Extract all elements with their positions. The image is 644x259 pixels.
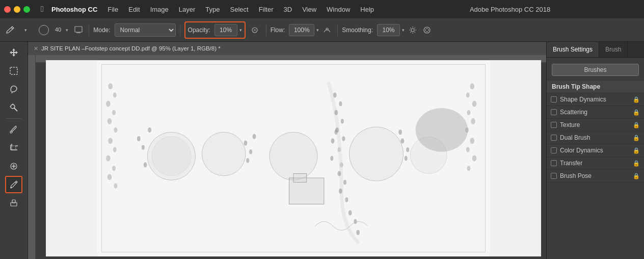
svg-point-79 bbox=[341, 119, 344, 123]
texture-label: Texture bbox=[560, 121, 630, 128]
mode-label: Mode: bbox=[93, 27, 110, 34]
tab-brush-settings[interactable]: Brush Settings bbox=[547, 42, 599, 57]
brush-icon[interactable] bbox=[3, 23, 17, 37]
smoothing-group: Smoothing: ▾ bbox=[342, 24, 405, 36]
dual-brush-row[interactable]: Dual Brush 🔒 bbox=[547, 132, 644, 144]
toolbar: ▾ 40 ▾ Mode: Normal Opacity: ▾ Flow bbox=[0, 18, 644, 42]
window-title: Adobe Photoshop CC 2018 bbox=[380, 6, 640, 13]
close-button[interactable] bbox=[4, 6, 11, 13]
mode-select[interactable]: Normal bbox=[115, 23, 176, 37]
svg-point-57 bbox=[137, 136, 141, 141]
svg-line-0 bbox=[11, 28, 13, 29]
svg-point-6 bbox=[411, 29, 414, 32]
svg-point-58 bbox=[142, 145, 145, 149]
svg-point-39 bbox=[114, 183, 118, 188]
brush-pose-row[interactable]: Brush Pose 🔒 bbox=[547, 170, 644, 183]
svg-point-68 bbox=[330, 156, 333, 161]
magic-wand-tool[interactable] bbox=[5, 99, 22, 116]
airbrush-icon[interactable] bbox=[249, 24, 261, 36]
right-panel-content: Brushes Brush Tip Shape Shape Dynamics 🔒… bbox=[547, 58, 644, 259]
transfer-row[interactable]: Transfer 🔒 bbox=[547, 157, 644, 170]
canvas-content[interactable] bbox=[36, 55, 546, 259]
flow-label: Flow: bbox=[271, 27, 285, 34]
menu-type[interactable]: Type bbox=[201, 4, 224, 15]
dual-brush-label: Dual Brush bbox=[560, 134, 630, 141]
brush-preset-picker[interactable] bbox=[35, 23, 53, 37]
svg-point-65 bbox=[331, 138, 335, 143]
opacity-input[interactable] bbox=[214, 24, 237, 36]
scattering-checkbox[interactable] bbox=[551, 109, 557, 115]
symmetry-icon[interactable] bbox=[421, 24, 433, 36]
crop-tool[interactable] bbox=[5, 139, 22, 157]
healing-brush-tool[interactable] bbox=[5, 158, 22, 175]
menu-3d[interactable]: 3D bbox=[280, 4, 297, 15]
transfer-checkbox[interactable] bbox=[551, 160, 557, 166]
svg-point-34 bbox=[108, 138, 113, 144]
opacity-label: Opacity: bbox=[188, 27, 210, 34]
eyedropper-tool[interactable] bbox=[5, 121, 22, 138]
svg-point-59 bbox=[148, 127, 151, 133]
dual-brush-checkbox[interactable] bbox=[551, 135, 557, 141]
brush-paint-tool[interactable] bbox=[5, 176, 22, 193]
svg-point-37 bbox=[112, 166, 116, 171]
texture-row[interactable]: Texture 🔒 bbox=[547, 119, 644, 132]
svg-point-77 bbox=[339, 101, 342, 106]
flow-input[interactable] bbox=[289, 24, 314, 36]
smoothing-input[interactable] bbox=[377, 24, 400, 36]
menu-select[interactable]: Select bbox=[226, 4, 252, 15]
shape-dynamics-lock-icon: 🔒 bbox=[633, 96, 640, 103]
menu-help[interactable]: Help bbox=[356, 4, 378, 15]
marquee-tool[interactable] bbox=[5, 62, 22, 80]
brush-tool-group: ▾ bbox=[3, 23, 33, 37]
svg-point-29 bbox=[113, 92, 117, 97]
scattering-row[interactable]: Scattering 🔒 bbox=[547, 106, 644, 119]
edit-brush-icon[interactable] bbox=[72, 24, 85, 36]
svg-point-32 bbox=[108, 118, 112, 124]
color-dynamics-row[interactable]: Color Dynamics 🔒 bbox=[547, 144, 644, 157]
shape-dynamics-row[interactable]: Shape Dynamics 🔒 bbox=[547, 93, 644, 106]
brushes-button[interactable]: Brushes bbox=[552, 64, 639, 76]
svg-point-10 bbox=[11, 105, 15, 109]
menu-edit[interactable]: Edit bbox=[124, 4, 144, 15]
texture-checkbox[interactable] bbox=[551, 122, 557, 128]
minimize-button[interactable] bbox=[14, 6, 20, 13]
brush-pose-checkbox[interactable] bbox=[551, 173, 557, 179]
menu-filter[interactable]: Filter bbox=[255, 4, 278, 15]
lasso-tool[interactable] bbox=[5, 81, 22, 98]
maximize-button[interactable] bbox=[23, 6, 30, 13]
separator-1 bbox=[89, 24, 89, 36]
app-name[interactable]: Photoshop CC bbox=[51, 6, 97, 13]
brush-dropdown-icon[interactable]: ▾ bbox=[18, 23, 33, 37]
flow-dropdown-icon[interactable]: ▾ bbox=[316, 28, 319, 33]
svg-point-44 bbox=[471, 118, 475, 124]
document-tab[interactable]: JR SITE PLAN –Footstep concept DD.pdf @ … bbox=[41, 45, 221, 51]
smoothing-dropdown-icon[interactable]: ▾ bbox=[402, 28, 405, 33]
svg-point-64 bbox=[246, 158, 249, 163]
shape-dynamics-checkbox[interactable] bbox=[551, 96, 557, 102]
scattering-lock-icon: 🔒 bbox=[633, 109, 640, 116]
menu-image[interactable]: Image bbox=[146, 4, 173, 15]
tab-close-button[interactable]: ✕ bbox=[32, 45, 39, 52]
apple-logo-icon[interactable]:  bbox=[37, 4, 47, 14]
svg-point-80 bbox=[335, 127, 339, 133]
menu-file[interactable]: File bbox=[103, 4, 122, 15]
menu-view[interactable]: View bbox=[298, 4, 320, 15]
flow-icon[interactable] bbox=[321, 24, 333, 36]
tab-brush[interactable]: Brush bbox=[599, 42, 628, 57]
menu-window[interactable]: Window bbox=[323, 4, 354, 15]
stamp-tool[interactable] bbox=[5, 194, 22, 212]
brush-size-dropdown-icon[interactable]: ▾ bbox=[63, 23, 70, 37]
canvas-row bbox=[28, 55, 546, 259]
svg-point-28 bbox=[108, 83, 113, 89]
color-dynamics-checkbox[interactable] bbox=[551, 147, 557, 153]
svg-point-4 bbox=[254, 29, 256, 31]
menu-layer[interactable]: Layer bbox=[175, 4, 200, 15]
brush-tip-shape-title[interactable]: Brush Tip Shape bbox=[547, 81, 644, 92]
opacity-dropdown-icon[interactable]: ▾ bbox=[239, 28, 242, 33]
svg-rect-1 bbox=[75, 27, 82, 32]
svg-point-87 bbox=[354, 219, 357, 224]
canvas-image bbox=[46, 60, 541, 256]
move-tool[interactable] bbox=[5, 44, 22, 61]
settings-icon[interactable] bbox=[407, 24, 419, 36]
canvas-white[interactable] bbox=[46, 60, 541, 256]
